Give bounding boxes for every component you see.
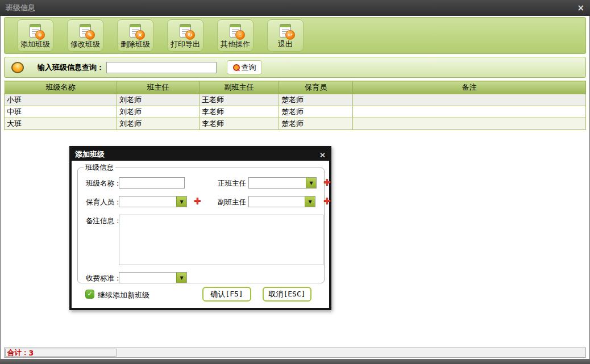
delete-badge-icon: × — [135, 30, 145, 40]
class-table: 班级名称 班主任 副班主任 保育员 备注 小班 刘老师 王老师 楚老师 中班 — [4, 81, 585, 130]
confirm-button[interactable]: 确认[F5] — [202, 287, 251, 302]
document-delete-icon: × — [130, 24, 141, 37]
cell-remarks[interactable] — [353, 94, 586, 106]
dialog-footer: 继续添加新班级 确认[F5] 取消[ESC] — [72, 287, 329, 304]
caregiver-value — [119, 196, 176, 207]
add-head-teacher-icon[interactable]: ✚ — [323, 178, 331, 187]
document-exit-icon: ↩ — [280, 24, 291, 37]
toolbar-button-label: 退出 — [278, 39, 293, 49]
search-label: 输入班级信息查询： — [38, 62, 104, 73]
dialog-title: 添加班级 — [75, 149, 105, 160]
cancel-button[interactable]: 取消[ESC] — [263, 287, 311, 302]
toolbar-button-delete-class[interactable]: × 删除班级 — [117, 19, 153, 52]
remarks-label: 备注信息： — [86, 216, 122, 226]
cell-remarks[interactable] — [353, 106, 586, 118]
search-panel: 输入班级信息查询： 查询 — [4, 57, 586, 78]
refresh-badge-icon: ↻ — [185, 30, 195, 40]
form-row: 保育人员： ✚ 副班主任： ✚ — [82, 196, 319, 208]
deputy-head-value — [249, 196, 305, 207]
toolbar-button-exit[interactable]: ↩ 退出 — [267, 19, 304, 52]
app-window: 班级信息 × + 添加班级 ✎ 修改班级 × 删除班级 ↻ 打印导出 ☝ 其他操… — [0, 0, 590, 364]
continue-add-checkbox[interactable] — [85, 290, 94, 299]
fieldset-legend: 班级信息 — [84, 163, 115, 173]
dialog-body: 班级信息 班级名称： 正班主任： ✚ 保育人员： — [72, 161, 329, 308]
cell-head-teacher[interactable]: 刘老师 — [117, 106, 200, 118]
status-bar: 合计： 3 — [4, 348, 586, 358]
form-row: 备注信息： — [82, 215, 319, 265]
toolbar-button-label: 打印导出 — [171, 39, 200, 49]
cell-remarks[interactable] — [353, 118, 586, 130]
chevron-down-icon[interactable] — [176, 196, 186, 207]
plus-badge-icon: + — [35, 30, 45, 40]
cell-head-teacher[interactable]: 刘老师 — [117, 118, 200, 130]
document-add-icon: + — [30, 24, 41, 37]
chevron-down-icon[interactable] — [305, 196, 315, 207]
cell-deputy-head[interactable]: 李老师 — [200, 118, 279, 130]
add-caregiver-icon[interactable]: ✚ — [194, 197, 201, 206]
status-total-cell: 合计： 3 — [5, 349, 117, 357]
toolbar-button-other-ops[interactable]: ☝ 其他操作 — [217, 19, 254, 52]
toolbar-button-add-class[interactable]: + 添加班级 — [17, 19, 53, 52]
column-header-remarks[interactable]: 备注 — [353, 81, 586, 94]
window-close-icon[interactable]: × — [577, 4, 584, 12]
query-button-label: 查询 — [242, 62, 256, 73]
column-header-deputy-head[interactable]: 副班主任 — [200, 81, 279, 94]
class-name-label: 班级名称： — [86, 179, 122, 189]
cell-deputy-head[interactable]: 李老师 — [200, 106, 279, 118]
document-edit-icon: ✎ — [80, 24, 91, 37]
toolbar: + 添加班级 ✎ 修改班级 × 删除班级 ↻ 打印导出 ☝ 其他操作 ↩ 退出 — [4, 17, 586, 54]
cell-caregiver[interactable]: 楚老师 — [279, 106, 353, 118]
window-titlebar: 班级信息 × — [0, 0, 590, 16]
fee-standard-select[interactable] — [119, 272, 187, 283]
remarks-textarea[interactable] — [119, 215, 323, 265]
form-row: 收费标准： — [82, 272, 319, 284]
table-header-row: 班级名称 班主任 副班主任 保育员 备注 — [5, 81, 586, 94]
chevron-down-icon[interactable] — [176, 273, 186, 283]
head-teacher-value — [249, 178, 306, 188]
fee-standard-label: 收费标准： — [86, 274, 122, 283]
column-header-caregiver[interactable]: 保育员 — [279, 81, 353, 94]
deputy-head-select[interactable] — [248, 196, 315, 207]
head-teacher-select[interactable] — [248, 177, 317, 189]
toolbar-button-edit-class[interactable]: ✎ 修改班级 — [67, 19, 103, 52]
window-bottom-edge — [0, 359, 590, 364]
document-other-icon: ☝ — [230, 24, 241, 37]
class-name-field[interactable] — [119, 177, 185, 189]
toolbar-button-label: 删除班级 — [121, 39, 150, 49]
query-button[interactable]: 查询 — [227, 60, 262, 74]
search-input[interactable] — [106, 62, 217, 73]
add-class-dialog: 添加班级 × 班级信息 班级名称： 正班主任： ✚ 保育人员： — [69, 146, 331, 310]
cell-head-teacher[interactable]: 刘老师 — [117, 94, 200, 106]
cell-class-name[interactable]: 大班 — [5, 118, 117, 130]
column-header-class-name[interactable]: 班级名称 — [5, 81, 117, 94]
column-header-head-teacher[interactable]: 班主任 — [117, 81, 200, 94]
status-total-label: 合计： — [7, 348, 29, 358]
toolbar-button-print-export[interactable]: ↻ 打印导出 — [167, 19, 203, 52]
window-title: 班级信息 — [6, 3, 35, 13]
cell-class-name[interactable]: 中班 — [5, 106, 117, 118]
add-deputy-head-icon[interactable]: ✚ — [323, 197, 331, 206]
caregiver-select[interactable] — [119, 196, 187, 207]
toolbar-button-label: 其他操作 — [221, 39, 250, 49]
cell-caregiver[interactable]: 楚老师 — [279, 94, 353, 106]
hand-badge-icon: ☝ — [235, 30, 245, 40]
dialog-close-icon[interactable]: × — [319, 151, 326, 158]
continue-add-label: 继续添加新班级 — [98, 290, 149, 300]
class-info-fieldset: 班级信息 班级名称： 正班主任： ✚ 保育人员： — [77, 163, 325, 283]
table-row[interactable]: 小班 刘老师 王老师 楚老师 — [5, 94, 586, 106]
edit-badge-icon: ✎ — [85, 30, 95, 40]
power-badge-icon: ↩ — [285, 30, 295, 40]
toolbar-button-label: 修改班级 — [70, 39, 100, 49]
chevron-down-icon[interactable] — [306, 178, 316, 188]
fee-standard-value — [119, 273, 176, 283]
caregiver-label: 保育人员： — [86, 198, 122, 207]
table-row[interactable]: 中班 刘老师 李老师 楚老师 — [5, 106, 586, 118]
table-row[interactable]: 大班 刘老师 李老师 楚老师 — [5, 118, 586, 130]
cell-deputy-head[interactable]: 王老师 — [200, 94, 279, 106]
document-export-icon: ↻ — [180, 24, 191, 37]
cell-caregiver[interactable]: 楚老师 — [279, 118, 353, 130]
form-row: 班级名称： 正班主任： ✚ — [82, 177, 319, 190]
orb-bullet-icon — [11, 62, 24, 73]
cell-class-name[interactable]: 小班 — [5, 94, 117, 106]
dialog-titlebar: 添加班级 × — [72, 148, 329, 161]
